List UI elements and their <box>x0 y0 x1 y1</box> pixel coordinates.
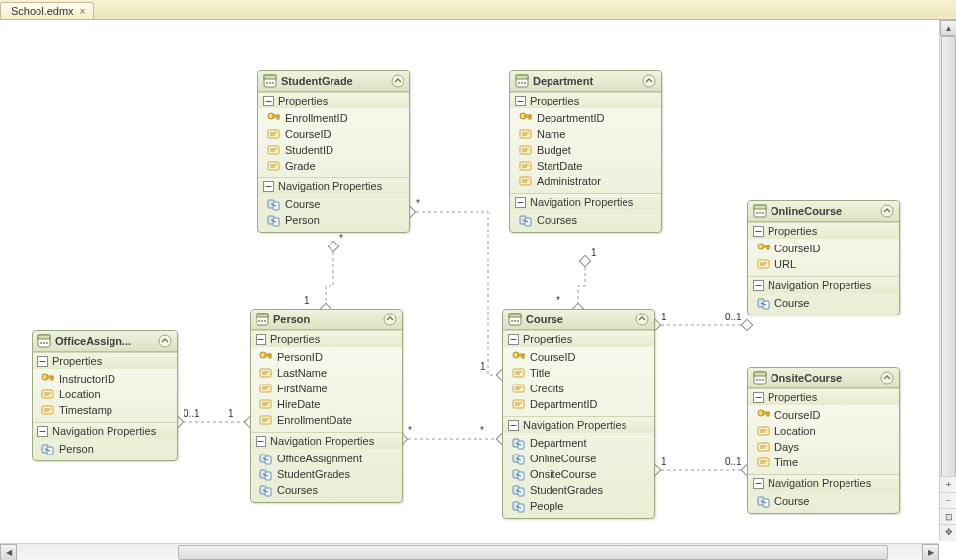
expand-toggle-icon[interactable] <box>515 197 526 208</box>
property-item[interactable]: URL <box>754 256 897 272</box>
expand-toggle-icon[interactable] <box>753 226 764 237</box>
nav-properties-header[interactable]: Navigation Properties <box>33 423 177 439</box>
property-item[interactable]: FirstName <box>257 381 400 396</box>
expand-toggle-icon[interactable] <box>256 436 266 447</box>
properties-header[interactable]: Properties <box>510 93 661 108</box>
nav-property-item[interactable]: StudentGrades <box>257 466 400 482</box>
expand-toggle-icon[interactable] <box>753 478 764 489</box>
property-item[interactable]: Credits <box>509 381 652 396</box>
nav-property-item[interactable]: Department <box>509 435 652 451</box>
entity-course[interactable]: Course Properties CourseID Title Credits… <box>502 309 655 519</box>
property-item[interactable]: Name <box>516 126 659 142</box>
expand-toggle-icon[interactable] <box>256 334 266 345</box>
property-item[interactable]: Administrator <box>516 174 659 189</box>
entity-header[interactable]: OnlineCourse <box>748 201 899 222</box>
properties-header[interactable]: Properties <box>748 223 899 239</box>
property-item[interactable]: InstructorID <box>38 371 175 386</box>
expand-toggle-icon[interactable] <box>515 96 526 106</box>
entity-person[interactable]: Person Properties PersonID LastName Firs… <box>250 309 403 503</box>
collapse-icon[interactable] <box>880 204 894 218</box>
nav-property-item[interactable]: Course <box>754 295 897 311</box>
nav-property-item[interactable]: OnsiteCourse <box>509 466 652 482</box>
expand-toggle-icon[interactable] <box>753 280 764 291</box>
zoom-in-icon[interactable]: ＋ <box>940 477 956 493</box>
horizontal-scrollbar[interactable]: ◀ ▶ <box>0 543 939 560</box>
nav-properties-header[interactable]: Navigation Properties <box>258 178 409 194</box>
property-item[interactable]: DepartmentID <box>516 110 659 126</box>
entity-header[interactable]: OfficeAssign... <box>33 331 177 352</box>
collapse-icon[interactable] <box>880 371 894 385</box>
vertical-scroll-thumb[interactable] <box>941 36 956 525</box>
collapse-icon[interactable] <box>383 313 397 326</box>
nav-properties-header[interactable]: Navigation Properties <box>251 433 402 449</box>
property-item[interactable]: CourseID <box>754 407 897 423</box>
nav-properties-header[interactable]: Navigation Properties <box>510 194 661 210</box>
expand-toggle-icon[interactable] <box>37 356 48 367</box>
entity-header[interactable]: Person <box>251 310 402 330</box>
entity-officeAssignment[interactable]: OfficeAssign... Properties InstructorID … <box>32 330 178 461</box>
scroll-right-icon[interactable]: ▶ <box>922 544 939 560</box>
entity-header[interactable]: OnsiteCourse <box>748 368 899 388</box>
properties-header[interactable]: Properties <box>258 93 409 108</box>
collapse-icon[interactable] <box>158 334 172 348</box>
entity-studentGrade[interactable]: StudentGrade Properties EnrollmentID Cou… <box>257 70 410 233</box>
collapse-icon[interactable] <box>635 313 649 326</box>
nav-property-item[interactable]: Courses <box>257 482 400 498</box>
property-item[interactable]: PersonID <box>257 349 400 365</box>
nav-property-item[interactable]: Person <box>264 212 407 228</box>
property-item[interactable]: Time <box>754 455 897 470</box>
properties-header[interactable]: Properties <box>748 389 899 405</box>
nav-properties-header[interactable]: Navigation Properties <box>503 417 654 433</box>
property-item[interactable]: CourseID <box>754 241 897 256</box>
property-item[interactable]: Location <box>38 386 175 402</box>
property-item[interactable]: Days <box>754 439 897 455</box>
expand-toggle-icon[interactable] <box>508 334 519 345</box>
property-item[interactable]: EnrollmentDate <box>257 412 400 428</box>
expand-toggle-icon[interactable] <box>263 96 274 106</box>
property-item[interactable]: Timestamp <box>38 402 175 418</box>
nav-property-item[interactable]: OfficeAssignment <box>257 451 400 466</box>
properties-header[interactable]: Properties <box>251 331 402 347</box>
pan-icon[interactable]: ✥ <box>940 525 956 540</box>
property-item[interactable]: DepartmentID <box>509 396 652 412</box>
properties-header[interactable]: Properties <box>33 353 177 369</box>
property-item[interactable]: Title <box>509 365 652 381</box>
nav-property-item[interactable]: Courses <box>516 212 659 228</box>
property-item[interactable]: CourseID <box>264 126 407 142</box>
expand-toggle-icon[interactable] <box>508 420 519 431</box>
scroll-up-icon[interactable]: ▲ <box>940 20 956 36</box>
property-item[interactable]: LastName <box>257 365 400 381</box>
nav-property-item[interactable]: OnlineCourse <box>509 451 652 466</box>
nav-property-item[interactable]: People <box>509 498 652 514</box>
entity-header[interactable]: Course <box>503 310 654 330</box>
zoom-out-icon[interactable]: － <box>940 493 956 509</box>
scroll-left-icon[interactable]: ◀ <box>0 544 17 560</box>
nav-properties-header[interactable]: Navigation Properties <box>748 277 899 293</box>
nav-properties-header[interactable]: Navigation Properties <box>748 475 899 491</box>
horizontal-scroll-thumb[interactable] <box>178 545 888 560</box>
expand-toggle-icon[interactable] <box>753 392 764 403</box>
properties-header[interactable]: Properties <box>503 331 654 347</box>
property-item[interactable]: StudentID <box>264 142 407 158</box>
tab-school-edmx[interactable]: School.edmx × <box>0 2 94 19</box>
nav-property-item[interactable]: Course <box>754 493 897 509</box>
expand-toggle-icon[interactable] <box>37 426 48 437</box>
entity-onlineCourse[interactable]: OnlineCourse Properties CourseID URL Nav… <box>747 200 900 315</box>
expand-toggle-icon[interactable] <box>263 181 274 192</box>
nav-property-item[interactable]: StudentGrades <box>509 482 652 498</box>
collapse-icon[interactable] <box>642 74 656 88</box>
property-item[interactable]: HireDate <box>257 396 400 412</box>
property-item[interactable]: Location <box>754 423 897 439</box>
property-item[interactable]: StartDate <box>516 158 659 174</box>
nav-property-item[interactable]: Course <box>264 196 407 212</box>
zoom-fit-icon[interactable]: ⊡ <box>940 509 956 525</box>
diagram-canvas[interactable]: OfficeAssign... Properties InstructorID … <box>0 20 936 541</box>
entity-header[interactable]: Department <box>510 71 661 92</box>
property-item[interactable]: Budget <box>516 142 659 158</box>
close-icon[interactable]: × <box>80 6 86 17</box>
nav-property-item[interactable]: Person <box>38 441 175 456</box>
entity-header[interactable]: StudentGrade <box>258 71 409 92</box>
entity-onsiteCourse[interactable]: OnsiteCourse Properties CourseID Locatio… <box>747 367 900 514</box>
property-item[interactable]: Grade <box>264 158 407 174</box>
property-item[interactable]: EnrollmentID <box>264 110 407 126</box>
